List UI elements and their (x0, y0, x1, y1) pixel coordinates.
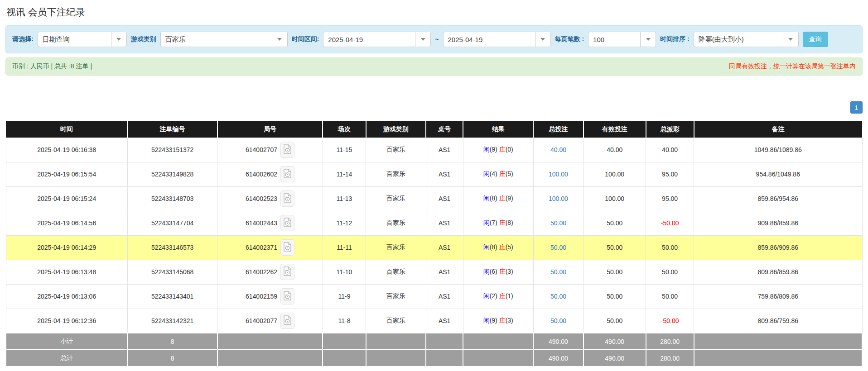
sort-order-select[interactable]: 降幂(由大到小) (694, 32, 799, 47)
result-player-label: 闲 (483, 219, 490, 226)
result-banker-score: (1) (506, 292, 513, 300)
bet-records-table: 时间注单编号局号场次游戏类别桌号结果总投注有效投注总派彩备注 2025-04-1… (5, 121, 863, 367)
chevron-down-icon[interactable] (783, 32, 798, 47)
cell-remark: 759.86/809.86 (694, 284, 862, 309)
round-number: 614002443 (246, 219, 277, 227)
video-replay-button[interactable] (280, 264, 294, 280)
result-banker-label: 庄 (499, 219, 506, 226)
video-replay-button[interactable] (280, 313, 294, 329)
summary-note: 同局有效投注，统一计算在该局第一张注单内 (729, 62, 856, 71)
page-1-button[interactable]: 1 (850, 101, 863, 114)
round-number: 614002371 (246, 244, 277, 251)
cell-round-no: 614002523 (217, 186, 323, 211)
video-replay-button[interactable] (280, 190, 294, 207)
chevron-down-icon[interactable] (640, 32, 656, 47)
result-player-score: (9) (490, 317, 499, 324)
cell-payout: 95.00 (646, 162, 694, 186)
video-file-icon (284, 242, 291, 253)
cell-remark: 859.86/954.86 (694, 186, 862, 211)
page-title: 视讯 会员下注纪录 (6, 6, 863, 19)
cell-valid-bet: 50.00 (583, 235, 646, 260)
chevron-down-icon[interactable] (111, 32, 126, 47)
time-range-label: 时间区间: (292, 35, 319, 43)
table-row: 2025-04-19 06:15:24522433148703614002523… (6, 186, 862, 211)
cell-result: 闲(8) 庄(9) (463, 186, 533, 211)
footer-remark (694, 350, 862, 366)
video-replay-button[interactable] (280, 239, 294, 256)
table-row: 2025-04-19 06:13:48522433145068614002262… (6, 260, 862, 284)
cell-total-bet: 50.00 (533, 211, 583, 235)
result-banker-score: (5) (506, 170, 513, 177)
video-replay-button[interactable] (280, 142, 294, 158)
result-player-label: 闲 (483, 243, 490, 251)
result-player-label: 闲 (483, 292, 490, 300)
total-bet-link[interactable]: 40.00 (550, 146, 566, 153)
result-player-score: (8) (490, 243, 499, 251)
total-bet-link[interactable]: 50.00 (550, 268, 566, 276)
cell-total-bet: 50.00 (533, 235, 583, 260)
search-button[interactable]: 查询 (803, 32, 828, 47)
total-bet-link[interactable]: 50.00 (550, 244, 566, 251)
footer-total-bet: 490.00 (533, 333, 583, 350)
cell-game-type: 百家乐 (366, 309, 426, 333)
total-bet-link[interactable]: 100.00 (549, 171, 568, 178)
video-file-icon (284, 193, 291, 204)
video-file-icon (284, 169, 291, 180)
footer-label: 小计 (6, 333, 127, 350)
video-replay-button[interactable] (280, 166, 294, 182)
chevron-down-icon[interactable] (415, 32, 430, 47)
chevron-down-icon[interactable] (535, 32, 550, 47)
footer-count: 8 (127, 333, 217, 350)
result-banker-score: (8) (506, 219, 513, 226)
cell-result: 闲(2) 庄(1) (463, 284, 533, 309)
cell-bet-no: 522433151372 (127, 138, 217, 162)
footer-table (426, 333, 463, 350)
total-bet-link[interactable]: 50.00 (550, 293, 566, 300)
cell-valid-bet: 100.00 (583, 186, 646, 211)
cell-game-type: 百家乐 (366, 138, 426, 162)
cell-table-no: AS1 (426, 186, 463, 211)
result-player-label: 闲 (483, 170, 490, 177)
video-replay-button[interactable] (280, 288, 294, 304)
cell-game-type: 百家乐 (366, 235, 426, 260)
query-type-select[interactable]: 日期查询 (38, 32, 127, 47)
page-size-select[interactable]: 100 (588, 32, 656, 47)
video-file-icon (284, 266, 291, 277)
video-replay-button[interactable] (280, 215, 294, 231)
cell-valid-bet: 40.00 (583, 138, 646, 162)
cell-result: 闲(4) 庄(5) (463, 162, 533, 186)
column-header-6: 桌号 (426, 121, 463, 138)
cell-result: 闲(9) 庄(3) (463, 309, 533, 333)
chevron-down-icon[interactable] (272, 32, 287, 47)
cell-session: 11-15 (323, 138, 366, 162)
round-number: 614002523 (246, 195, 277, 202)
footer-round (217, 333, 323, 350)
date-to-select[interactable]: 2025-04-19 (443, 32, 551, 47)
result-player-label: 闲 (483, 268, 490, 275)
footer-remark (694, 333, 862, 350)
cell-session: 11-11 (323, 235, 366, 260)
total-bet-link[interactable]: 50.00 (550, 219, 566, 227)
cell-valid-bet: 100.00 (583, 162, 646, 186)
total-bet-link[interactable]: 100.00 (549, 195, 568, 202)
total-bet-link[interactable]: 50.00 (550, 317, 566, 324)
cell-payout: 50.00 (646, 260, 694, 284)
cell-payout: 50.00 (646, 284, 694, 309)
footer-game (366, 350, 426, 366)
date-from-select[interactable]: 2025-04-19 (323, 32, 431, 47)
column-header-2: 注单编号 (127, 121, 217, 138)
date-from-value: 2025-04-19 (323, 32, 415, 47)
result-player-score: (6) (490, 268, 499, 275)
game-type-select[interactable]: 百家乐 (160, 32, 288, 47)
footer-label: 总计 (6, 350, 127, 366)
cell-time: 2025-04-19 06:12:36 (6, 309, 127, 333)
cell-result: 闲(9) 庄(0) (463, 138, 533, 162)
sort-order-value: 降幂(由大到小) (694, 32, 783, 47)
cell-payout: 40.00 (646, 138, 694, 162)
table-row: 2025-04-19 06:15:54522433149828614002602… (6, 162, 862, 186)
cell-total-bet: 50.00 (533, 260, 583, 284)
footer-valid-bet: 490.00 (583, 350, 646, 366)
cell-session: 11-10 (323, 260, 366, 284)
result-banker-score: (3) (506, 268, 513, 275)
result-banker-label: 庄 (499, 146, 506, 153)
